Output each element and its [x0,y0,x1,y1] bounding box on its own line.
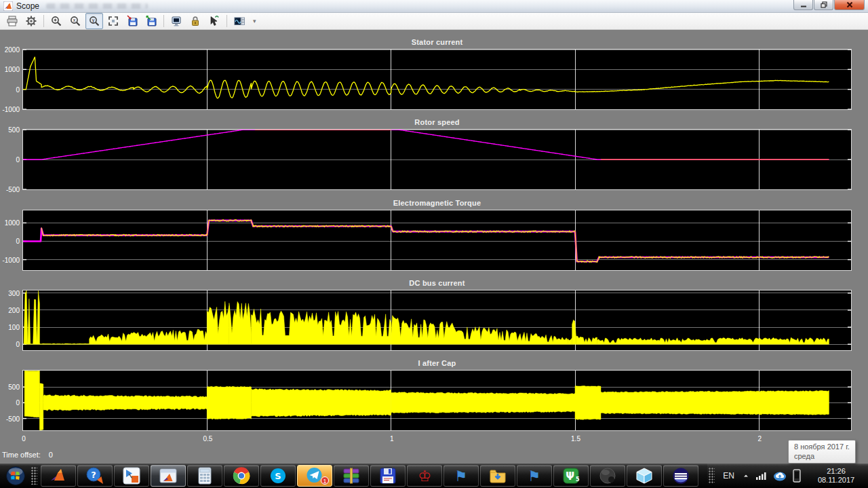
blue-flag-taskbar-button[interactable]: ⚑ [517,465,552,487]
plot-title: Electromagnetic Torque [22,199,852,207]
plot-canvas [23,50,851,109]
svg-text:⚑: ⚑ [455,468,468,485]
folder-download-taskbar-button[interactable] [480,465,515,487]
blue-flag-taskbar-button[interactable]: ⚑ [443,465,479,487]
blue-flag-icon: ⚑ [452,466,471,485]
zoom-x-button[interactable]: x [66,13,84,29]
zoom-in-icon [50,15,62,27]
signal-selection-icon [208,15,220,27]
green-v5-taskbar-button[interactable]: Ψ5 [553,465,589,487]
matlab-taskbar-button[interactable] [41,465,76,487]
matlab-window-taskbar-button[interactable] [151,465,186,487]
tray-grip[interactable] [709,468,715,484]
red-crown-taskbar-button[interactable]: ♔ [407,465,442,487]
print-button[interactable] [3,13,21,29]
matlab-icon [49,466,68,485]
signal-selection-button[interactable] [205,13,223,29]
taskbar-grip[interactable] [31,467,37,485]
tooltip-date: 8 ноября 2017 г. [794,442,850,451]
svg-text:♔: ♔ [418,468,431,485]
save-axes-button[interactable] [123,13,141,29]
winrar-icon [342,466,361,485]
blue-cube-taskbar-button[interactable] [627,465,662,487]
toolbar-overflow-icon: ▾ [253,18,256,24]
time-offset-value: 0 [49,451,53,459]
matlab-window-icon [159,466,178,485]
calculator-icon [195,466,214,485]
y-axis-labels: 200010000-1000 [0,49,20,110]
floppy-disk-icon [378,466,397,485]
dc-bus-current-plot[interactable] [22,290,852,351]
floating-scope-button[interactable] [167,13,185,29]
blue-cube-icon [635,466,654,485]
toolbar-separator [226,15,227,27]
dark-circle-taskbar-button[interactable] [590,465,625,487]
y-tick-label: 0 [16,399,20,407]
parameters-icon [25,15,37,27]
plot-title: Stator current [22,38,852,46]
eclipse-taskbar-button[interactable] [663,465,698,487]
floppy-disk-taskbar-button[interactable] [370,465,406,487]
restore-button[interactable] [814,0,833,10]
minimize-button[interactable] [793,0,813,10]
electromagnetic-torque-plot[interactable] [22,210,852,271]
x-tick-label: 0 [22,435,26,443]
phone-icon[interactable] [792,469,802,483]
chrome-taskbar-button[interactable] [224,465,259,487]
cloud-sync-icon[interactable] [773,470,787,481]
scope-toolbar: xy▾ [0,13,868,30]
y-tick-label: 1000 [5,219,20,227]
i-after-cap-plot[interactable] [22,370,852,431]
x-tick-label: 0.5 [203,435,212,443]
subplot-dc-bus-current: DC bus current 3002001000 [0,290,868,351]
close-button[interactable] [834,0,865,10]
y-tick-label: 100 [8,324,20,331]
scope-parameters-button[interactable] [231,13,248,29]
zoom-x-icon: x [69,15,81,27]
eclipse-icon [671,466,690,485]
system-tray: EN 21:26 08.11.2017 [707,464,868,488]
skype-taskbar-button[interactable]: S [260,465,296,487]
network-signal-icon[interactable] [755,471,768,481]
telegram-taskbar-button[interactable]: 1 [297,465,332,487]
y-tick-label: 500 [8,383,20,391]
y-tick-label: -1000 [2,106,20,113]
matlab-help-taskbar-button[interactable]: ? [77,465,113,487]
start-button[interactable] [4,464,27,487]
x-tick-label: 1 [390,435,394,443]
zoom-y-button[interactable]: y [85,13,103,29]
window-titlebar: Scope [0,0,868,13]
plot-canvas [23,290,851,350]
winrar-taskbar-button[interactable] [334,465,369,487]
matlab-scope-icon [3,1,13,11]
blue-flag-icon: ⚑ [525,466,544,485]
hidden-icons-arrow-icon[interactable] [742,472,750,480]
lock-axes-button[interactable] [186,13,204,29]
y-tick-label: -500 [6,186,20,193]
rotor-speed-plot[interactable] [22,129,852,190]
restore-axes-button[interactable] [142,13,160,29]
autoscale-button[interactable] [104,13,122,29]
simulink-taskbar-button[interactable] [114,465,149,487]
zoom-in-button[interactable] [47,13,65,29]
parameters-button[interactable] [22,13,40,29]
clock-date: 08.11.2017 [808,476,864,485]
y-tick-label: 0 [16,238,20,245]
autoscale-icon [107,15,119,27]
plot-title: DC bus current [22,279,852,287]
y-axis-labels: 3002001000 [0,290,20,351]
y-tick-label: 0 [16,341,20,348]
stator-current-plot[interactable] [22,49,852,110]
clock-date-tooltip: 8 ноября 2017 г. среда [788,440,856,464]
y-axis-labels: 10000-1000 [0,210,20,271]
subplot-electromagnetic-torque: Electromagnetic Torque 10000-1000 [0,210,868,271]
plot-canvas [23,130,851,189]
scope-canvas: Stator current 200010000-1000 Rotor spee… [0,30,868,464]
taskbar-clock[interactable]: 21:26 08.11.2017 [808,467,864,485]
dark-circle-icon [598,466,617,485]
subplot-i-after-cap: I after Cap 5000-500 [0,370,868,431]
y-tick-label: -500 [6,415,20,422]
calculator-taskbar-button[interactable] [187,465,222,487]
svg-text:5: 5 [576,476,580,483]
language-indicator[interactable]: EN [723,471,734,481]
